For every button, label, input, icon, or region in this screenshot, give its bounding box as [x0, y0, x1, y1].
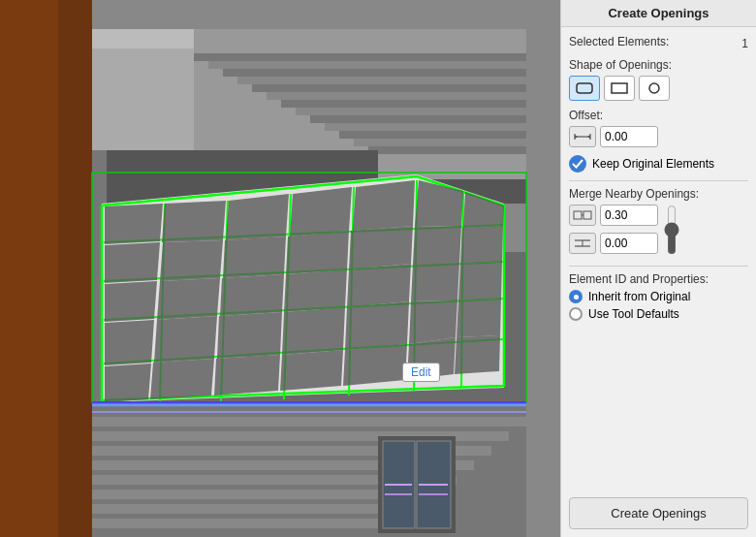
merge-value-input[interactable] — [600, 205, 658, 226]
element-id-label: Element ID and Properties: — [569, 272, 748, 286]
svg-marker-44 — [105, 242, 160, 283]
svg-marker-64 — [457, 299, 501, 337]
svg-rect-12 — [237, 77, 526, 84]
svg-rect-11 — [223, 69, 526, 77]
svg-marker-54 — [284, 269, 347, 312]
svg-point-94 — [649, 83, 659, 93]
svg-marker-59 — [154, 316, 217, 363]
keep-original-label: Keep Original Elements — [592, 157, 714, 171]
svg-rect-93 — [612, 83, 627, 93]
svg-marker-58 — [105, 320, 154, 365]
offset-icon — [569, 126, 596, 147]
merge-input-row-2 — [569, 233, 658, 254]
svg-marker-65 — [105, 363, 151, 402]
selected-elements-count: 1 — [741, 37, 748, 50]
svg-marker-50 — [460, 225, 503, 264]
svg-marker-48 — [349, 226, 413, 269]
svg-rect-21 — [368, 146, 526, 154]
offset-input-row — [569, 126, 748, 147]
merge-icon-2 — [569, 233, 596, 254]
right-panel: Create Openings Selected Elements: 1 Sha… — [560, 0, 756, 537]
svg-marker-56 — [411, 264, 459, 301]
panel-body: Selected Elements: 1 Shape of Openings: — [561, 27, 756, 490]
svg-rect-5 — [526, 0, 560, 537]
use-defaults-radio[interactable] — [569, 307, 583, 321]
shape-circle-button[interactable] — [639, 76, 670, 101]
merge-slider[interactable] — [664, 205, 679, 255]
svg-rect-100 — [574, 211, 582, 219]
selected-elements-label: Selected Elements: — [569, 35, 669, 48]
shape-rect-button[interactable] — [604, 76, 635, 101]
panel-header: Create Openings — [561, 0, 756, 27]
keep-original-row[interactable]: Keep Original Elements — [569, 155, 748, 173]
svg-marker-53 — [220, 274, 284, 316]
svg-marker-49 — [413, 226, 461, 264]
merge-icon — [569, 205, 596, 226]
svg-rect-4 — [58, 0, 92, 537]
svg-marker-57 — [458, 262, 502, 300]
edit-label[interactable]: Edit — [402, 363, 440, 382]
svg-rect-19 — [339, 131, 526, 139]
svg-marker-45 — [160, 240, 223, 281]
svg-marker-38 — [162, 201, 226, 242]
create-openings-button[interactable]: Create Openings — [569, 497, 748, 529]
svg-rect-80 — [92, 519, 404, 528]
svg-marker-66 — [150, 359, 214, 399]
keep-original-checkbox[interactable] — [569, 155, 586, 173]
svg-marker-61 — [282, 307, 345, 355]
merge-label: Merge Nearby Openings: — [569, 187, 748, 201]
inherit-label: Inherit from Original — [588, 290, 690, 303]
svg-rect-18 — [325, 123, 526, 131]
svg-marker-47 — [286, 231, 349, 274]
offset-section: Offset: — [569, 109, 748, 147]
svg-rect-9 — [194, 53, 526, 61]
svg-rect-20 — [354, 139, 526, 146]
svg-marker-71 — [455, 335, 500, 374]
svg-marker-52 — [157, 278, 220, 320]
selected-elements-row: Selected Elements: 1 — [569, 35, 748, 52]
merge-input-row-1 — [569, 205, 658, 226]
merge-section: Merge Nearby Openings: — [569, 187, 748, 258]
use-defaults-label: Use Tool Defaults — [588, 307, 679, 321]
svg-marker-60 — [217, 312, 282, 359]
svg-rect-17 — [310, 115, 526, 123]
shape-row — [569, 76, 748, 101]
3d-viewport[interactable]: Edit — [0, 0, 560, 537]
svg-marker-46 — [223, 237, 286, 278]
svg-rect-13 — [252, 84, 526, 92]
svg-rect-92 — [577, 83, 592, 93]
svg-marker-51 — [105, 281, 157, 322]
svg-marker-55 — [347, 264, 411, 307]
vertical-slider-container — [664, 205, 679, 255]
inherit-radio[interactable] — [569, 290, 583, 303]
shape-label: Shape of Openings: — [569, 58, 748, 72]
svg-rect-73 — [92, 417, 526, 426]
shape-rounded-rect-button[interactable] — [569, 76, 600, 101]
svg-marker-63 — [409, 300, 457, 344]
merge-value2-input[interactable] — [600, 233, 658, 254]
offset-label: Offset: — [569, 109, 748, 122]
svg-rect-16 — [296, 108, 526, 115]
svg-marker-41 — [353, 180, 415, 231]
svg-marker-40 — [290, 187, 352, 237]
inherit-radio-row[interactable]: Inherit from Original — [569, 290, 748, 303]
svg-marker-68 — [280, 350, 343, 391]
svg-rect-15 — [281, 100, 526, 108]
svg-marker-67 — [214, 355, 280, 395]
svg-marker-39 — [226, 194, 289, 240]
svg-rect-10 — [208, 61, 526, 69]
svg-rect-101 — [583, 211, 591, 219]
use-defaults-radio-row[interactable]: Use Tool Defaults — [569, 307, 748, 321]
svg-rect-79 — [92, 504, 422, 514]
offset-input[interactable] — [600, 126, 658, 147]
svg-marker-37 — [105, 204, 163, 244]
svg-marker-62 — [345, 301, 409, 350]
divider-2 — [569, 266, 748, 267]
svg-rect-14 — [267, 92, 526, 100]
svg-marker-69 — [343, 344, 407, 386]
divider-1 — [569, 180, 748, 181]
